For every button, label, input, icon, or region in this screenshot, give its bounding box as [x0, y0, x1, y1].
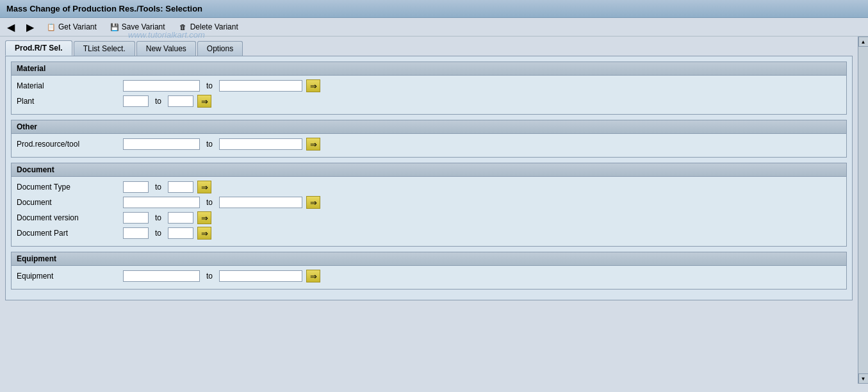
tabs-container: Prod.R/T Sel. TList Select. New Values O…: [5, 40, 853, 56]
to-label-equipment: to: [206, 272, 213, 281]
input-doc-type-to[interactable]: [168, 181, 193, 193]
input-doc-type-from[interactable]: [123, 181, 149, 193]
to-label-doc: to: [206, 198, 213, 207]
to-label-doc-type: to: [155, 183, 161, 192]
to-label-doc-ver: to: [155, 213, 161, 222]
arrow-icon-doc-type: ⇒: [201, 183, 208, 192]
arrow-btn-equipment[interactable]: ⇒: [306, 270, 320, 282]
label-document: Document: [17, 198, 119, 207]
section-equipment: Equipment Equipment to ⇒: [11, 252, 847, 290]
scroll-track: [858, 47, 868, 373]
input-prod-resource-to[interactable]: [219, 138, 302, 150]
arrow-btn-doc[interactable]: ⇒: [306, 196, 320, 209]
tab-tlist-select[interactable]: TList Select.: [74, 41, 135, 56]
input-doc-from[interactable]: [123, 197, 200, 208]
section-equipment-body: Equipment to ⇒: [12, 266, 846, 289]
nav-back-icon[interactable]: ◀: [5, 21, 17, 33]
input-equipment-to[interactable]: [219, 270, 302, 282]
input-doc-ver-from[interactable]: [123, 212, 149, 224]
label-document-version: Document version: [17, 213, 119, 222]
input-doc-ver-to[interactable]: [168, 212, 193, 224]
arrow-btn-doc-ver[interactable]: ⇒: [197, 211, 211, 224]
toolbar: ◀ ▶ 📋 Get Variant 💾 Save Variant 🗑 Delet…: [0, 18, 868, 37]
save-variant-icon: 💾: [110, 22, 120, 32]
input-prod-resource-from[interactable]: [123, 138, 200, 150]
arrow-btn-material[interactable]: ⇒: [306, 79, 320, 92]
section-document: Document Document Type to ⇒: [11, 163, 847, 247]
arrow-icon-doc: ⇒: [310, 198, 317, 208]
arrow-btn-prod-resource[interactable]: ⇒: [306, 138, 320, 151]
input-plant-from[interactable]: [123, 95, 149, 107]
label-document-type: Document Type: [17, 183, 119, 192]
row-document-part: Document Part to ⇒: [17, 227, 841, 240]
input-doc-part-from[interactable]: [123, 227, 149, 239]
title-text: Mass Change of Production Res./Tools: Se…: [6, 4, 202, 13]
scroll-up-button[interactable]: ▲: [858, 37, 869, 47]
label-prod-resource: Prod.resource/tool: [17, 140, 119, 149]
section-material-body: Material to ⇒ Plant to: [12, 76, 846, 114]
to-label-plant: to: [155, 97, 161, 106]
row-prod-resource: Prod.resource/tool to ⇒: [17, 138, 841, 151]
arrow-icon-plant: ⇒: [201, 97, 208, 106]
arrow-btn-doc-part[interactable]: ⇒: [197, 227, 211, 240]
scroll-down-button[interactable]: ▼: [858, 373, 869, 384]
row-equipment: Equipment to ⇒: [17, 270, 841, 282]
row-plant: Plant to ⇒: [17, 95, 841, 108]
row-document-type: Document Type to ⇒: [17, 181, 841, 193]
tab-options[interactable]: Options: [197, 41, 243, 56]
arrow-icon-equipment: ⇒: [310, 272, 317, 281]
label-document-part: Document Part: [17, 229, 119, 238]
section-other: Other Prod.resource/tool to ⇒: [11, 120, 847, 158]
input-plant-to[interactable]: [168, 95, 193, 107]
label-material: Material: [17, 81, 119, 90]
section-material-header: Material: [12, 62, 846, 76]
section-other-body: Prod.resource/tool to ⇒: [12, 134, 846, 157]
row-material: Material to ⇒: [17, 79, 841, 92]
label-plant: Plant: [17, 97, 119, 106]
delete-variant-button[interactable]: 🗑 Delete Variant: [176, 20, 241, 33]
delete-variant-icon: 🗑: [178, 22, 188, 32]
section-material: Material Material to ⇒ Pl: [11, 61, 847, 115]
to-label-prod-resource: to: [206, 140, 213, 149]
content-area: Prod.R/T Sel. TList Select. New Values O…: [0, 37, 858, 384]
section-other-header: Other: [12, 120, 846, 134]
section-document-body: Document Type to ⇒ Document to: [12, 177, 846, 246]
arrow-icon-doc-ver: ⇒: [201, 213, 208, 223]
section-equipment-header: Equipment: [12, 252, 846, 266]
nav-forward-icon[interactable]: ▶: [24, 21, 36, 33]
tab-prod-rt-sel[interactable]: Prod.R/T Sel.: [5, 40, 72, 56]
label-equipment: Equipment: [17, 272, 119, 281]
get-variant-button[interactable]: 📋 Get Variant: [44, 20, 99, 33]
title-bar: Mass Change of Production Res./Tools: Se…: [0, 0, 868, 18]
to-label-material: to: [206, 81, 213, 90]
input-material-to[interactable]: [219, 80, 302, 92]
input-material-from[interactable]: [123, 80, 200, 92]
row-document-version: Document version to ⇒: [17, 211, 841, 224]
input-doc-part-to[interactable]: [168, 227, 193, 239]
form-panel: Material Material to ⇒ Pl: [5, 56, 853, 300]
row-document: Document to ⇒: [17, 196, 841, 209]
to-label-doc-part: to: [155, 229, 161, 238]
section-document-header: Document: [12, 163, 846, 177]
arrow-icon-material: ⇒: [310, 81, 317, 91]
save-variant-button[interactable]: 💾 Save Variant: [107, 20, 168, 33]
get-variant-icon: 📋: [46, 22, 56, 32]
input-equipment-from[interactable]: [123, 270, 200, 282]
scrollbar[interactable]: ▲ ▼: [858, 37, 868, 384]
arrow-btn-doc-type[interactable]: ⇒: [197, 181, 211, 193]
input-doc-to[interactable]: [219, 197, 302, 208]
arrow-icon-prod-resource: ⇒: [310, 140, 317, 149]
tab-new-values[interactable]: New Values: [136, 41, 196, 56]
arrow-icon-doc-part: ⇒: [201, 229, 208, 238]
arrow-btn-plant[interactable]: ⇒: [197, 95, 211, 108]
